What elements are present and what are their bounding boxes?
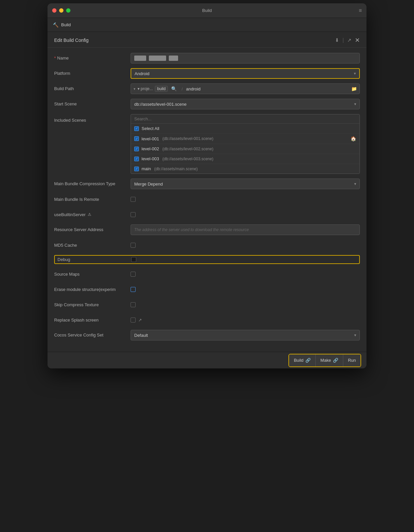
skip-compress-checkbox[interactable] (131, 302, 136, 307)
check-icon: ✓ (135, 127, 138, 130)
main-bundle-remote-label: Main Bundle Is Remote (54, 197, 131, 202)
toolbar-title: Build (61, 22, 71, 27)
use-builtin-server-checkbox[interactable] (131, 212, 136, 217)
export-icon[interactable]: ↗ (347, 37, 352, 43)
cocos-service-dropdown[interactable]: Default ▾ (131, 330, 360, 340)
run-button[interactable]: Run (343, 354, 361, 366)
name-input[interactable] (131, 53, 360, 64)
select-all-label: Select All (142, 126, 159, 131)
compression-dropdown[interactable]: Merge Depend ▾ (131, 179, 360, 189)
title-bar: Build ≡ (48, 3, 366, 18)
cocos-service-control: Default ▾ (131, 330, 360, 340)
close-button[interactable] (52, 8, 56, 13)
resource-server-label: Resource Server Address (54, 224, 131, 233)
resource-server-control: The address of the server used to downlo… (131, 224, 360, 235)
link-icon: 🔗 (333, 358, 338, 363)
check-icon: ✓ (135, 147, 138, 151)
platform-control: Android ▾ (131, 68, 360, 79)
scene-checkbox-level002[interactable]: ✓ (134, 147, 139, 151)
replace-splash-checkbox[interactable] (131, 318, 136, 323)
resource-server-placeholder: The address of the server used to downlo… (134, 227, 249, 232)
replace-splash-control: ↗ (131, 318, 142, 323)
chevron-down-icon: ▾ (354, 71, 356, 76)
action-buttons: Build 🔗 Make 🔗 Run (288, 354, 361, 367)
compression-control: Merge Depend ▾ (131, 179, 360, 189)
use-builtin-server-row: useBuiltinServer ⚠ (54, 209, 360, 220)
platform-label: Platform (54, 68, 131, 76)
included-scenes-label: Included Scenes (54, 114, 131, 123)
maximize-button[interactable] (66, 8, 70, 13)
included-scenes-row: Included Scenes ✓ Select All (54, 114, 360, 174)
expand-icon[interactable]: ▾ (134, 87, 136, 91)
platform-value: Android (135, 71, 354, 76)
skip-compress-row: Skip Compress Texture (54, 299, 360, 310)
scene-checkbox-main[interactable]: ✓ (134, 167, 139, 171)
minimize-button[interactable] (59, 8, 63, 13)
platform-dropdown[interactable]: Android ▾ (131, 68, 360, 79)
home-icon: 🏠 (351, 136, 356, 141)
chevron-down-icon: ▾ (354, 182, 356, 186)
cocos-service-label: Cocos Service Config Set (54, 330, 131, 338)
warning-icon: ⚠ (88, 212, 91, 217)
compression-value: Merge Depend (134, 182, 354, 187)
cocos-service-value: Default (134, 333, 354, 338)
erase-module-checkbox[interactable] (131, 287, 136, 292)
start-scene-row: Start Scene db://assets/level-001.scene … (54, 99, 360, 109)
scene-name-main: main (142, 166, 151, 171)
scene-search-input[interactable] (134, 116, 356, 121)
build-button[interactable]: Build 🔗 (289, 354, 316, 366)
source-maps-row: Source Maps (54, 269, 360, 279)
scene-checkbox-level001[interactable]: ✓ (134, 136, 139, 141)
scene-path-level001: (db://assets/level-001.scene) (162, 136, 213, 141)
link-icon: 🔗 (305, 358, 311, 363)
compression-label: Main Bundle Compression Type (54, 179, 131, 187)
main-bundle-remote-checkbox[interactable] (131, 197, 136, 202)
scene-item-level002: ✓ level-002 (db://assets/level-002.scene… (131, 144, 360, 154)
toolbar: 🔨 Build (48, 18, 366, 32)
name-label: *Name (54, 53, 131, 61)
make-button[interactable]: Make 🔗 (316, 354, 343, 366)
source-maps-checkbox[interactable] (131, 272, 136, 277)
select-all-checkbox[interactable]: ✓ (134, 126, 139, 131)
folder-icon[interactable]: 📁 (351, 86, 357, 91)
start-scene-label: Start Scene (54, 99, 131, 107)
scene-name-level002: level-002 (142, 146, 159, 151)
path-separator: / (181, 86, 183, 91)
make-button-label: Make (320, 358, 331, 363)
main-window: Build ≡ 🔨 Build Edit Build Config ⬇ | ↗ … (48, 3, 366, 368)
check-icon: ✓ (135, 157, 138, 161)
build-path-input: ▾ ▾ proje... build 🔍 / android 📁 (131, 83, 360, 94)
main-bundle-remote-row: Main Bundle Is Remote (54, 194, 360, 204)
scene-checkbox-level003[interactable]: ✓ (134, 157, 139, 161)
traffic-lights (52, 8, 70, 13)
build-folder[interactable]: build (155, 86, 168, 92)
bottom-toolbar: Build 🔗 Make 🔗 Run (48, 352, 366, 368)
name-field-control (131, 53, 360, 64)
debug-checkbox[interactable] (131, 257, 136, 262)
scene-name-level001: level-001 (142, 136, 159, 141)
debug-row: Debug (54, 255, 360, 264)
project-path: ▾ proje... (138, 86, 153, 91)
menu-icon[interactable]: ≡ (359, 8, 362, 14)
chevron-down-icon: ▾ (354, 102, 356, 106)
name-blur-2 (149, 56, 166, 61)
check-icon: ✓ (135, 167, 138, 171)
name-blur-3 (169, 56, 178, 61)
external-link-icon[interactable]: ↗ (138, 318, 142, 323)
search-icon[interactable]: 🔍 (171, 86, 177, 91)
name-blur-1 (134, 56, 146, 61)
android-path: android (186, 86, 349, 91)
resource-server-input[interactable]: The address of the server used to downlo… (131, 224, 360, 235)
scenes-panel: ✓ Select All ✓ level-001 (db://assets/le… (131, 114, 360, 174)
run-button-label: Run (348, 358, 356, 363)
panel-title: Edit Build Config (54, 38, 89, 43)
save-icon[interactable]: ⬇ (335, 37, 339, 43)
scene-search-box (131, 114, 360, 124)
md5-cache-checkbox[interactable] (131, 243, 136, 248)
build-button-label: Build (294, 358, 303, 363)
close-panel-button[interactable]: ✕ (355, 37, 360, 44)
start-scene-dropdown[interactable]: db://assets/level-001.scene ▾ (131, 99, 360, 109)
build-path-row: Build Path ▾ ▾ proje... build 🔍 / androi… (54, 83, 360, 94)
check-icon: ✓ (135, 137, 138, 141)
resource-server-row: Resource Server Address The address of t… (54, 224, 360, 235)
